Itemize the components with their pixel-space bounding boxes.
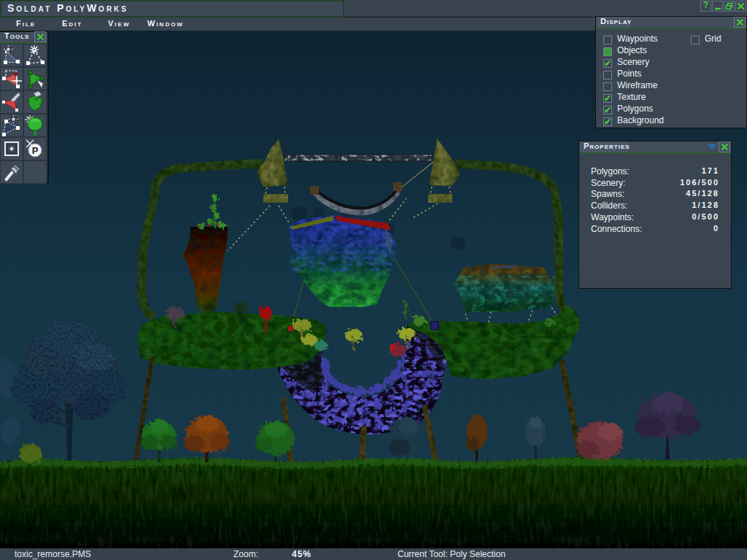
svg-text:P: P (32, 145, 39, 156)
